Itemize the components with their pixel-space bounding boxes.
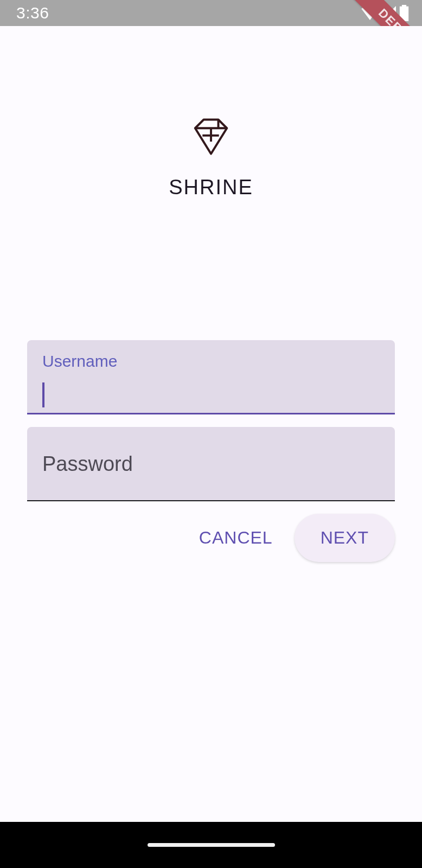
username-field[interactable]: Username (27, 340, 395, 414)
cancel-button[interactable]: CANCEL (184, 517, 288, 559)
gesture-handle[interactable] (148, 843, 275, 847)
username-label: Username (42, 352, 117, 371)
logo-block: SHRINE (27, 117, 395, 199)
password-field[interactable]: Password (27, 427, 395, 501)
app-name: SHRINE (169, 176, 253, 199)
status-time: 3:36 (16, 4, 49, 22)
next-button[interactable]: NEXT (295, 514, 395, 562)
diamond-icon (191, 117, 231, 156)
android-nav-bar (0, 822, 422, 868)
login-form: Username Password CANCEL NEXT (27, 340, 395, 562)
button-row: CANCEL NEXT (27, 514, 395, 562)
login-screen: SHRINE Username Password CANCEL NEXT (0, 26, 422, 822)
